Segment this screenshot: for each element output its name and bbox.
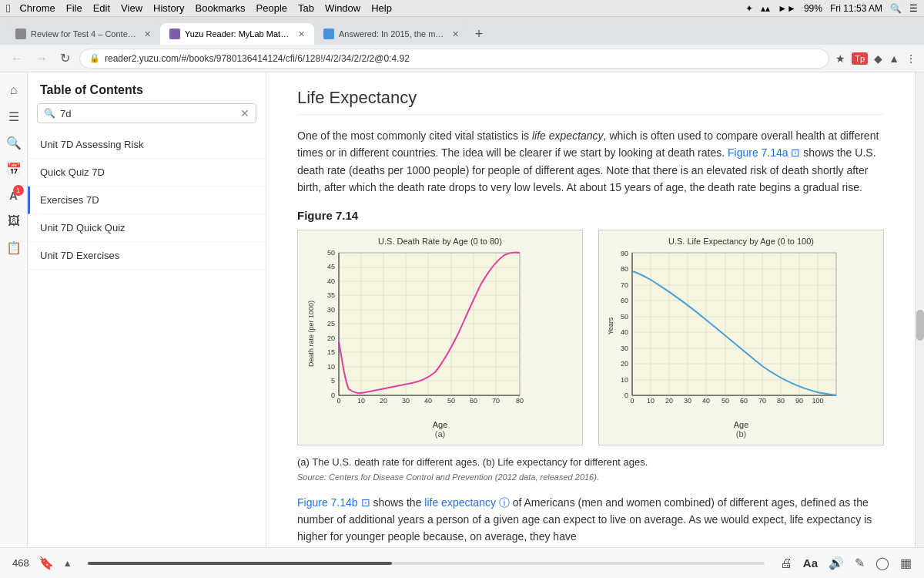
tab-review[interactable]: Review for Test 4 – Contempor ✕ bbox=[6, 23, 160, 45]
addressbar: ← → ↻ 🔒 reader2.yuzu.com/#/books/9780136… bbox=[0, 45, 924, 72]
chevron-up-icon[interactable]: ▲ bbox=[63, 558, 72, 569]
tab-yuzu[interactable]: Yuzu Reader: MyLab Math for t ✕ bbox=[160, 23, 314, 45]
toc-item-unit-exercises[interactable]: Unit 7D Exercises bbox=[28, 242, 266, 270]
paragraph-2: Figure 7.14b ⊡ shows the life expectancy… bbox=[297, 494, 884, 546]
figure-714b-link[interactable]: Figure 7.14b ⊡ bbox=[297, 496, 370, 509]
chart1-title: U.S. Death Rate by Age (0 to 80) bbox=[304, 237, 576, 246]
chart-life-expectancy: U.S. Life Expectancy by Age (0 to 100) bbox=[598, 230, 884, 445]
toc-search-input[interactable] bbox=[60, 108, 240, 119]
svg-text:30: 30 bbox=[621, 344, 628, 352]
svg-text:50: 50 bbox=[721, 397, 729, 405]
tab-close-yuzu[interactable]: ✕ bbox=[298, 29, 305, 39]
menu-edit[interactable]: Edit bbox=[93, 2, 110, 14]
ext-icon3[interactable]: ▲ bbox=[889, 52, 899, 65]
svg-rect-42 bbox=[632, 253, 836, 395]
progress-bar-fill bbox=[88, 562, 393, 565]
main-layout: ⌂ ☰ 🔍 📅 A 1 🖼 📋 Table of Contents 🔍 ✕ Un… bbox=[0, 72, 924, 547]
progress-bar[interactable] bbox=[88, 562, 765, 565]
svg-text:80: 80 bbox=[516, 397, 524, 405]
menu-view[interactable]: View bbox=[121, 2, 142, 14]
charts-row: U.S. Death Rate by Age (0 to 80) bbox=[297, 230, 884, 445]
scrollbar[interactable] bbox=[915, 72, 924, 547]
font-size-button[interactable]: Aa bbox=[803, 556, 818, 570]
menu-people[interactable]: People bbox=[256, 2, 287, 14]
svg-text:15: 15 bbox=[327, 348, 335, 356]
menu-bookmarks[interactable]: Bookmarks bbox=[196, 2, 246, 14]
svg-text:45: 45 bbox=[327, 263, 335, 271]
sidebar-image[interactable]: 🖼 bbox=[2, 210, 25, 233]
toc-item-assessing-risk[interactable]: Unit 7D Assessing Risk bbox=[28, 131, 266, 159]
content-area: Life Expectancy One of the most commonly… bbox=[266, 72, 915, 547]
sidebar-toc[interactable]: ☰ bbox=[2, 105, 25, 128]
new-tab-button[interactable]: + bbox=[468, 23, 490, 45]
scrollbar-thumb[interactable] bbox=[916, 310, 924, 341]
svg-text:0: 0 bbox=[331, 391, 335, 399]
chart1-sublabel: (a) bbox=[304, 429, 576, 439]
star-icon[interactable]: ★ bbox=[835, 52, 845, 65]
print-icon[interactable]: 🖨 bbox=[780, 556, 792, 570]
sidebar-notes[interactable]: 📋 bbox=[2, 236, 25, 259]
refresh-button[interactable]: ↻ bbox=[57, 49, 73, 67]
back-button[interactable]: ← bbox=[8, 50, 26, 67]
wifi-icon: ▴▴ bbox=[761, 3, 770, 14]
sidebar-font[interactable]: A 1 bbox=[2, 183, 25, 207]
tab-icon-yuzu bbox=[169, 29, 180, 39]
menu-tab[interactable]: Tab bbox=[298, 2, 314, 14]
svg-text:50: 50 bbox=[621, 313, 628, 321]
toc-item-quick-quiz[interactable]: Quick Quiz 7D bbox=[28, 159, 266, 187]
bookmark-icon[interactable]: 🔖 bbox=[38, 556, 54, 570]
menu-help[interactable]: Help bbox=[371, 2, 392, 14]
svg-text:5: 5 bbox=[331, 377, 335, 385]
svg-text:90: 90 bbox=[795, 397, 803, 405]
circle-icon[interactable]: ◯ bbox=[875, 556, 889, 570]
menu-chrome[interactable]: Chrome bbox=[19, 2, 55, 14]
chart2-svg: 0 10 20 30 40 50 60 70 80 90 0 10 20 30 … bbox=[605, 249, 844, 418]
ext-icon2[interactable]: ◆ bbox=[874, 52, 882, 65]
para1-italic: life expectancy bbox=[532, 129, 604, 142]
tab-label-yuzu: Yuzu Reader: MyLab Math for t bbox=[185, 29, 293, 39]
font-badge: 1 bbox=[13, 185, 24, 196]
svg-text:70: 70 bbox=[492, 397, 500, 405]
search-icon[interactable]: 🔍 bbox=[890, 3, 902, 14]
edit-icon[interactable]: ✎ bbox=[855, 556, 865, 570]
sidebar-bookmark[interactable]: 📅 bbox=[2, 157, 25, 180]
tabbar: Review for Test 4 – Contempor ✕ Yuzu Rea… bbox=[0, 17, 924, 45]
address-box[interactable]: 🔒 reader2.yuzu.com/#/books/9780136414124… bbox=[79, 49, 829, 69]
layout-icon[interactable]: ▦ bbox=[900, 556, 912, 570]
svg-text:80: 80 bbox=[621, 265, 628, 273]
svg-text:0: 0 bbox=[624, 391, 628, 399]
toc-title: Table of Contents bbox=[28, 72, 266, 103]
menu-window[interactable]: Window bbox=[325, 2, 360, 14]
toc-item-exercises[interactable]: Exercises 7D bbox=[28, 187, 266, 214]
list-icon[interactable]: ☰ bbox=[909, 3, 918, 14]
tab-close-answered[interactable]: ✕ bbox=[452, 29, 459, 39]
svg-text:10: 10 bbox=[647, 397, 654, 405]
apple-menu[interactable]:  bbox=[6, 2, 10, 15]
svg-rect-0 bbox=[339, 253, 520, 395]
tab-label-answered: Answered: In 2015, the median bbox=[339, 29, 447, 39]
svg-text:40: 40 bbox=[621, 328, 628, 336]
tab-close-review[interactable]: ✕ bbox=[144, 29, 151, 39]
audio-icon[interactable]: 🔊 bbox=[829, 556, 844, 570]
toc-search-box[interactable]: 🔍 ✕ bbox=[37, 103, 256, 123]
menu-history[interactable]: History bbox=[153, 2, 184, 14]
url-text: reader2.yuzu.com/#/books/9780136414124/c… bbox=[105, 53, 410, 64]
info-icon[interactable]: ⓘ bbox=[499, 496, 510, 509]
section-title: Life Expectancy bbox=[297, 88, 884, 115]
ext-tp[interactable]: Tp bbox=[852, 52, 868, 65]
svg-text:0: 0 bbox=[336, 397, 340, 405]
figure-714a-link[interactable]: Figure 7.14a ⊡ bbox=[728, 146, 801, 159]
svg-text:0: 0 bbox=[630, 397, 634, 405]
figure-label: Figure 7.14 bbox=[297, 209, 884, 222]
toc-panel: Table of Contents 🔍 ✕ Unit 7D Assessing … bbox=[28, 72, 266, 547]
svg-text:90: 90 bbox=[621, 250, 628, 257]
toc-search-clear[interactable]: ✕ bbox=[240, 107, 249, 119]
tab-answered[interactable]: Answered: In 2015, the median ✕ bbox=[314, 23, 468, 45]
toc-item-unit-quick-quiz[interactable]: Unit 7D Quick Quiz bbox=[28, 214, 266, 242]
toc-items: Unit 7D Assessing Risk Quick Quiz 7D Exe… bbox=[28, 131, 266, 547]
sidebar-home[interactable]: ⌂ bbox=[2, 79, 25, 102]
sidebar-search[interactable]: 🔍 bbox=[2, 131, 25, 154]
menu-file[interactable]: File bbox=[66, 2, 82, 14]
forward-button[interactable]: → bbox=[32, 50, 51, 67]
menu-icon[interactable]: ⋮ bbox=[906, 52, 916, 65]
